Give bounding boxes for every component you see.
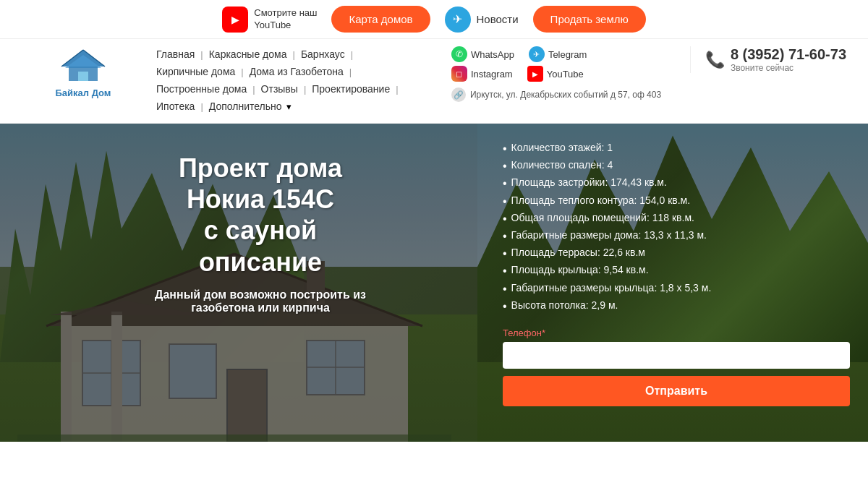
logo-text: Байкал Дом [56,87,111,98]
top-bar: Смотрите наш YouTube Карта домов ✈ Новос… [0,0,868,39]
spec-item: •Высота потолка: 2,9 м. [503,299,850,313]
phone-area: 📞 8 (3952) 71-60-73 Звоните сейчас [690,46,846,73]
svg-rect-3 [78,72,88,81]
nav-barnhaus[interactable]: Барнхаус [297,46,349,62]
hero-section: Проект дома Нокиа 154С с сауной описание… [0,124,868,442]
address-icon: 🔗 [451,87,466,102]
hero-right-panel: •Количество этажей: 1•Количество спален:… [477,124,868,442]
sell-button[interactable]: Продать землю [533,6,646,33]
nav-frame-houses[interactable]: Каркасные дома [205,46,292,62]
phone-sub: Звоните сейчас [731,63,846,73]
spec-item: •Площадь крыльца: 9,54 кв.м. [503,264,850,278]
nav-row-1: Главная | Каркасные дома | Барнхаус | [152,46,437,62]
submit-button[interactable]: Отправить [503,376,850,406]
nav-mortgage[interactable]: Ипотека [152,98,199,114]
phone-details: 8 (3952) 71-60-73 Звоните сейчас [731,46,846,73]
nav-row-2: Кирпичные дома | Дома из Газобетона | [152,64,437,80]
nav-additional-arrow[interactable]: ▾ [286,101,292,112]
instagram-label: Instagram [471,69,513,80]
spec-item: •Площадь застройки: 174,43 кв.м. [503,176,850,190]
nav-row-4: Ипотека | Дополнительно ▾ [152,98,437,114]
youtube-label: Смотрите наш YouTube [254,7,317,32]
social-row-2: ◻ Instagram ▶ YouTube [451,66,584,82]
address-text: Иркутск, ул. Декабрьских событий д 57, о… [470,90,661,100]
nav-reviews[interactable]: Отзывы [257,81,302,97]
telegram-link[interactable]: ✈ Telegram [529,46,587,62]
spec-item: •Количество этажей: 1 [503,142,850,155]
phone-row: 📞 8 (3952) 71-60-73 Звоните сейчас [705,46,846,73]
header: Байкал Дом Главная | Каркасные дома | Ба… [0,39,868,124]
social-row-1: ✆ WhatsApp ✈ Telegram [451,46,587,62]
phone-form-input[interactable] [503,342,850,369]
nav-additional[interactable]: Дополнительно [205,98,286,114]
specs-list: •Количество этажей: 1•Количество спален:… [503,142,850,317]
whatsapp-link[interactable]: ✆ WhatsApp [451,46,514,62]
logo-area[interactable]: Байкал Дом [22,46,145,98]
spec-item: •Площадь теплого контура: 154,0 кв.м. [503,194,850,208]
spec-item: •Площадь террасы: 22,6 кв.м [503,247,850,260]
contact-area: ✆ WhatsApp ✈ Telegram ◻ Instagram ▶ YouT… [437,46,683,102]
phone-form-label: Телефон* [503,328,850,338]
nav-gazbeton-houses[interactable]: Дома из Газобетона [245,64,348,80]
instagram-icon: ◻ [451,66,467,82]
whatsapp-icon: ✆ [451,46,467,62]
news-topbar[interactable]: ✈ Новости [445,7,519,33]
phone-number[interactable]: 8 (3952) 71-60-73 [731,46,846,63]
map-button[interactable]: Карта домов [331,6,430,33]
address-row: 🔗 Иркутск, ул. Декабрьских событий д 57,… [451,87,661,102]
spec-item: •Количество спален: 4 [503,159,850,173]
nav-built-houses[interactable]: Построенные дома [152,81,251,97]
youtube-topbar[interactable]: Смотрите наш YouTube [222,7,317,33]
hero-title: Проект дома Нокиа 154С с сауной описание [65,153,456,278]
nav-area: Главная | Каркасные дома | Барнхаус | Ки… [152,46,437,116]
spec-item: •Общая площадь помещений: 118 кв.м. [503,212,850,226]
youtube-header-label: YouTube [547,69,584,80]
spec-item: •Габаритные размеры дома: 13,3 х 11,3 м. [503,229,850,243]
news-label: Новости [477,13,519,25]
youtube-header-icon: ▶ [527,66,543,82]
instagram-link[interactable]: ◻ Instagram [451,66,513,82]
nav-brick-houses[interactable]: Кирпичные дома [152,64,239,80]
hero-subtitle: Данный дом возможно построить из газобет… [65,288,456,314]
nav-design[interactable]: Проектирование [307,81,394,97]
spec-item: •Габаритные размеры крыльца: 1,8 х 5,3 м… [503,282,850,296]
whatsapp-label: WhatsApp [471,49,514,60]
telegram-label: Telegram [548,49,587,60]
hero-left-panel: Проект дома Нокиа 154С с сауной описание… [0,124,477,442]
logo-image [58,46,109,86]
phone-icon: 📞 [705,51,725,69]
nav-main[interactable]: Главная [152,46,199,62]
nav-row-3: Построенные дома | Отзывы | Проектирован… [152,81,437,97]
telegram-icon: ✈ [529,46,545,62]
telegram-topbar-icon: ✈ [445,7,471,33]
youtube-header-link[interactable]: ▶ YouTube [527,66,584,82]
youtube-icon [222,7,248,33]
